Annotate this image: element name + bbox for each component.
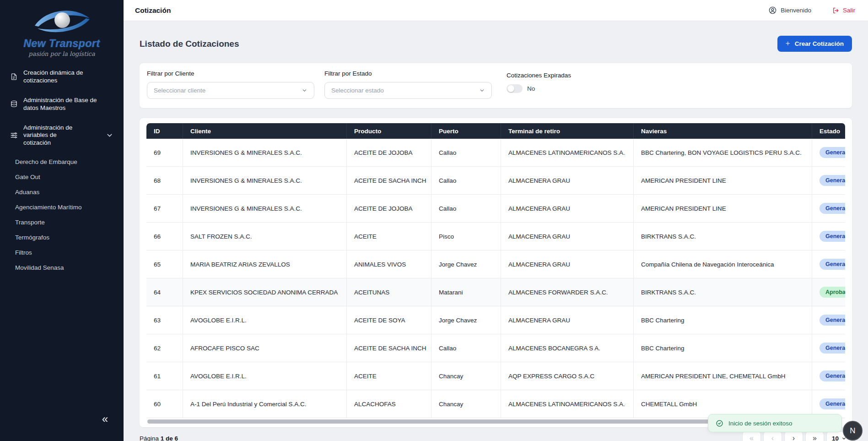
cell-terminal: ALMACENES FORWARDER S.A.C. — [501, 278, 634, 306]
table-row[interactable]: 66SALT FROZEN S.A.C.ACEITEPiscoALMACENER… — [146, 223, 845, 250]
cell-estado: Generada — [812, 250, 845, 278]
sidebar-subitem-agenciamiento-maritimo[interactable]: Agenciamiento Marítimo — [15, 200, 113, 215]
cell-cliente: INVERSIONES G & MINERALES S.A.C. — [183, 195, 347, 223]
cell-id: 69 — [146, 139, 183, 167]
cell-terminal: ALMACENES BOCANEGRA S A. — [501, 334, 634, 362]
table-row[interactable]: 62AFROCAFE PISCO SACACEITE DE SACHA INCH… — [146, 334, 845, 362]
table-row[interactable]: 69INVERSIONES G & MINERALES S.A.C.ACEITE… — [146, 139, 845, 167]
status-badge: Generada — [819, 343, 845, 354]
pagination-controls: «‹›» 10 — [742, 431, 852, 441]
sidebar-subitem-gate-out[interactable]: Gate Out — [15, 169, 113, 185]
user-circle-icon — [768, 6, 777, 15]
table-row[interactable]: 67INVERSIONES G & MINERALES S.A.C.ACEITE… — [146, 195, 845, 223]
sidebar-item-label: Creación dinámica de cotizaciones — [23, 69, 104, 85]
cell-cliente: INVERSIONES G & MINERALES S.A.C. — [183, 139, 347, 167]
sidebar-nav: Creación dinámica de cotizaciones Admini… — [0, 69, 124, 275]
cell-estado: Generada — [812, 362, 845, 390]
cell-estado: Generada — [812, 167, 845, 195]
expired-toggle-value: No — [527, 85, 535, 92]
sidebar-item-admin-variables[interactable]: Administración de variables de cotizació… — [10, 124, 113, 147]
logout-icon — [832, 7, 840, 14]
sidebar-subitem-derecho-de-embarque[interactable]: Derecho de Embarque — [15, 154, 113, 169]
client-filter-label: Filtrar por Cliente — [147, 70, 314, 77]
sidebar: New Transport pasión por la logística Cr… — [0, 0, 124, 441]
status-badge: Generada — [819, 203, 845, 214]
cell-puerto: Pisco — [431, 223, 501, 250]
sidebar-item-label: Administración de variables de cotizació… — [23, 124, 82, 147]
cell-cliente: SALT FROZEN S.A.C. — [183, 223, 347, 250]
cell-puerto: Jorge Chavez — [431, 306, 501, 334]
cell-estado: Generada — [812, 223, 845, 250]
cell-puerto: Callao — [431, 139, 501, 167]
table-row[interactable]: 65MARIA BEATRIZ ARIAS ZEVALLOSANIMALES V… — [146, 250, 845, 278]
logout-label: Salir — [843, 7, 855, 14]
column-header-producto: Producto — [347, 123, 431, 139]
cell-estado: Generada — [812, 195, 845, 223]
cell-producto: ACEITE DE SOYA — [347, 306, 431, 334]
sidebar-item-creacion-dinamica[interactable]: Creación dinámica de cotizaciones — [10, 69, 113, 85]
chevron-down-icon — [479, 87, 485, 93]
cell-producto: ACEITE DE SACHA INCH — [347, 167, 431, 195]
page-current: 1 de 6 — [161, 435, 178, 441]
cell-terminal: ALMACENES LATINOAMERICANOS S.A. — [501, 390, 634, 418]
cell-navieras: BIRKTRANS S.A.C. — [634, 278, 812, 306]
cell-id: 60 — [146, 390, 183, 418]
cell-navieras: BBC Chartering, BON VOYAGE LOGISTICS PER… — [634, 139, 812, 167]
table-row[interactable]: 63AVOGLOBE E.I.R.L.ACEITE DE SOYAJorge C… — [146, 306, 845, 334]
last-page-button[interactable]: » — [805, 431, 824, 441]
table-row[interactable]: 61AVOGLOBE E.I.R.L.ACEITEChancayAQP EXPR… — [146, 362, 845, 390]
status-filter-label: Filtrar por Estado — [324, 70, 492, 77]
table-body: 69INVERSIONES G & MINERALES S.A.C.ACEITE… — [146, 139, 845, 418]
cell-estado: Aprobada — [812, 278, 845, 306]
table-row[interactable]: 68INVERSIONES G & MINERALES S.A.C.ACEITE… — [146, 167, 845, 195]
document-icon — [10, 73, 18, 81]
status-filter-select[interactable]: Seleccionar estado — [324, 82, 492, 99]
floating-avatar-badge[interactable]: N — [843, 421, 863, 441]
sidebar-collapse-button[interactable]: « — [102, 414, 108, 425]
cell-id: 61 — [146, 362, 183, 390]
cell-producto: ACEITE DE JOJOBA — [347, 139, 431, 167]
status-badge: Generada — [819, 259, 845, 270]
status-badge: Generada — [819, 231, 845, 242]
database-icon — [10, 100, 18, 108]
cell-estado: Generada — [812, 334, 845, 362]
create-quotation-button[interactable]: + Crear Cotización — [777, 36, 852, 52]
sidebar-subitem-aduanas[interactable]: Aduanas — [15, 185, 113, 200]
cell-producto: ACEITE DE JOJOBA — [347, 195, 431, 223]
column-header-terminal-de-retiro: Terminal de retiro — [501, 123, 634, 139]
next-page-button[interactable]: › — [784, 431, 803, 441]
cell-id: 68 — [146, 167, 183, 195]
table-row[interactable]: 64KPEX SERVICIOS SOCIEDAD ANONIMA CERRAD… — [146, 278, 845, 306]
quotations-table-card: IDClienteProductoPuertoTerminal de retir… — [140, 118, 852, 427]
cell-cliente: MARIA BEATRIZ ARIAS ZEVALLOS — [183, 250, 347, 278]
page-size-value: 10 — [832, 435, 839, 441]
logo-subtitle: pasión por la logística — [0, 50, 124, 57]
cell-id: 63 — [146, 306, 183, 334]
sidebar-item-admin-base-datos[interactable]: Administración de Base de datos Maestros — [10, 97, 113, 112]
sidebar-subitem-movilidad-senasa[interactable]: Movilidad Senasa — [15, 260, 113, 275]
sidebar-subitem-filtros[interactable]: Filtros — [15, 245, 113, 260]
logout-button[interactable]: Salir — [832, 7, 855, 14]
cell-terminal: ALMACENERA GRAU — [501, 167, 634, 195]
column-header-id: ID — [146, 123, 183, 139]
cell-puerto: Callao — [431, 167, 501, 195]
topbar: Cotización Bienvenido Salir — [124, 0, 868, 21]
prev-page-button[interactable]: ‹ — [763, 431, 782, 441]
cell-id: 65 — [146, 250, 183, 278]
expired-toggle[interactable] — [507, 84, 523, 93]
status-badge: Generada — [819, 398, 845, 409]
cell-navieras: BIRKTRANS S.A.C. — [634, 223, 812, 250]
column-header-puerto: Puerto — [431, 123, 501, 139]
sidebar-subitem-transporte[interactable]: Transporte — [15, 215, 113, 230]
sidebar-subitem-termografos[interactable]: Termógrafos — [15, 230, 113, 245]
cell-terminal: AQP EXPRESS CARGO S.A.C — [501, 362, 634, 390]
column-header-navieras: Navieras — [634, 123, 812, 139]
cell-producto: ALCACHOFAS — [347, 390, 431, 418]
cell-cliente: INVERSIONES G & MINERALES S.A.C. — [183, 167, 347, 195]
pagination-bar: Página 1 de 6 «‹›» 10 — [140, 431, 852, 441]
cell-producto: ACEITE DE SACHA INCH — [347, 334, 431, 362]
table-scroll-area[interactable]: IDClienteProductoPuertoTerminal de retir… — [146, 123, 845, 418]
first-page-button[interactable]: « — [742, 431, 761, 441]
cell-terminal: ALMACENERA GRAU — [501, 306, 634, 334]
client-filter-select[interactable]: Seleccionar cliente — [147, 82, 314, 99]
